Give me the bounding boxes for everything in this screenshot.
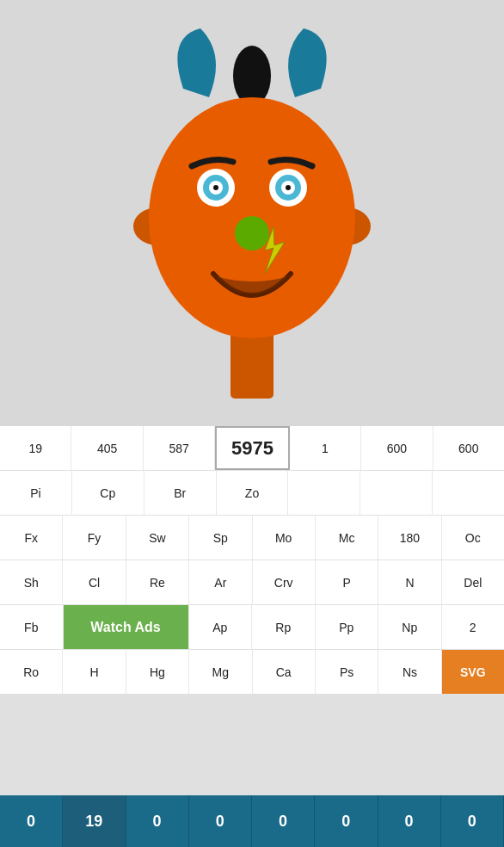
cell-empty3 bbox=[433, 471, 504, 515]
cell-cp[interactable]: Cp bbox=[72, 471, 144, 515]
svg-point-3 bbox=[233, 46, 271, 106]
cell-587[interactable]: 587 bbox=[144, 426, 215, 470]
score-0d: 0 bbox=[252, 795, 315, 847]
cell-mo[interactable]: Mo bbox=[253, 516, 316, 560]
svg-button[interactable]: SVG bbox=[442, 650, 504, 694]
score-0f: 0 bbox=[378, 795, 441, 847]
cell-fb[interactable]: Fb bbox=[0, 605, 64, 649]
cell-600b[interactable]: 600 bbox=[433, 426, 504, 470]
grid-area: 19 405 587 5975 1 600 600 Pi Cp Br Zo Fx… bbox=[0, 426, 504, 695]
character-area bbox=[0, 0, 504, 426]
score-0c: 0 bbox=[189, 795, 252, 847]
cell-ca[interactable]: Ca bbox=[253, 650, 316, 694]
cell-5975[interactable]: 5975 bbox=[215, 426, 289, 470]
grid-row-5: Fb Watch Ads Ap Rp Pp Np 2 bbox=[0, 605, 504, 650]
cell-fy[interactable]: Fy bbox=[63, 516, 126, 560]
score-0b: 0 bbox=[126, 795, 189, 847]
cell-2[interactable]: 2 bbox=[442, 605, 505, 649]
cell-ro[interactable]: Ro bbox=[0, 650, 63, 694]
watch-ads-button[interactable]: Watch Ads bbox=[64, 605, 189, 649]
cell-sh[interactable]: Sh bbox=[0, 560, 63, 604]
cell-sp[interactable]: Sp bbox=[189, 516, 252, 560]
score-row: 0 19 0 0 0 0 0 0 bbox=[0, 795, 504, 847]
svg-point-13 bbox=[235, 216, 269, 250]
cell-sw[interactable]: Sw bbox=[126, 516, 189, 560]
cell-ar[interactable]: Ar bbox=[189, 560, 252, 604]
cell-p[interactable]: P bbox=[316, 560, 378, 604]
cell-crv[interactable]: Crv bbox=[253, 560, 316, 604]
cell-n[interactable]: N bbox=[378, 560, 441, 604]
cell-h[interactable]: H bbox=[63, 650, 126, 694]
cell-mg[interactable]: Mg bbox=[189, 650, 252, 694]
cell-zo[interactable]: Zo bbox=[217, 471, 289, 515]
grid-row-2: Pi Cp Br Zo bbox=[0, 471, 504, 516]
cell-180[interactable]: 180 bbox=[378, 516, 441, 560]
cell-1[interactable]: 1 bbox=[290, 426, 361, 470]
cell-re[interactable]: Re bbox=[126, 560, 189, 604]
cell-oc[interactable]: Oc bbox=[442, 516, 504, 560]
score-0e: 0 bbox=[315, 795, 378, 847]
cell-empty1 bbox=[288, 471, 360, 515]
score-19: 19 bbox=[63, 795, 126, 847]
cell-ps[interactable]: Ps bbox=[316, 650, 378, 694]
cell-rp[interactable]: Rp bbox=[252, 605, 316, 649]
cell-pi[interactable]: Pi bbox=[0, 471, 72, 515]
cell-fx[interactable]: Fx bbox=[0, 516, 63, 560]
cell-ap[interactable]: Ap bbox=[189, 605, 253, 649]
cell-del[interactable]: Del bbox=[442, 560, 504, 604]
grid-row-6: Ro H Hg Mg Ca Ps Ns SVG bbox=[0, 650, 504, 695]
cell-mc[interactable]: Mc bbox=[316, 516, 378, 560]
score-0a: 0 bbox=[0, 795, 63, 847]
score-0g: 0 bbox=[441, 795, 504, 847]
cell-pp[interactable]: Pp bbox=[316, 605, 379, 649]
svg-point-12 bbox=[286, 185, 291, 190]
svg-point-11 bbox=[213, 185, 218, 190]
devil-character bbox=[89, 20, 415, 407]
cell-405[interactable]: 405 bbox=[71, 426, 143, 470]
cell-empty2 bbox=[360, 471, 433, 515]
cell-br[interactable]: Br bbox=[144, 471, 217, 515]
cell-cl[interactable]: Cl bbox=[63, 560, 126, 604]
cell-19[interactable]: 19 bbox=[0, 426, 71, 470]
grid-row-numbers: 19 405 587 5975 1 600 600 bbox=[0, 426, 504, 471]
cell-ns[interactable]: Ns bbox=[378, 650, 441, 694]
grid-row-4: Sh Cl Re Ar Crv P N Del bbox=[0, 560, 504, 605]
grid-row-3: Fx Fy Sw Sp Mo Mc 180 Oc bbox=[0, 516, 504, 560]
cell-600a[interactable]: 600 bbox=[361, 426, 433, 470]
cell-np[interactable]: Np bbox=[378, 605, 442, 649]
cell-hg[interactable]: Hg bbox=[126, 650, 189, 694]
